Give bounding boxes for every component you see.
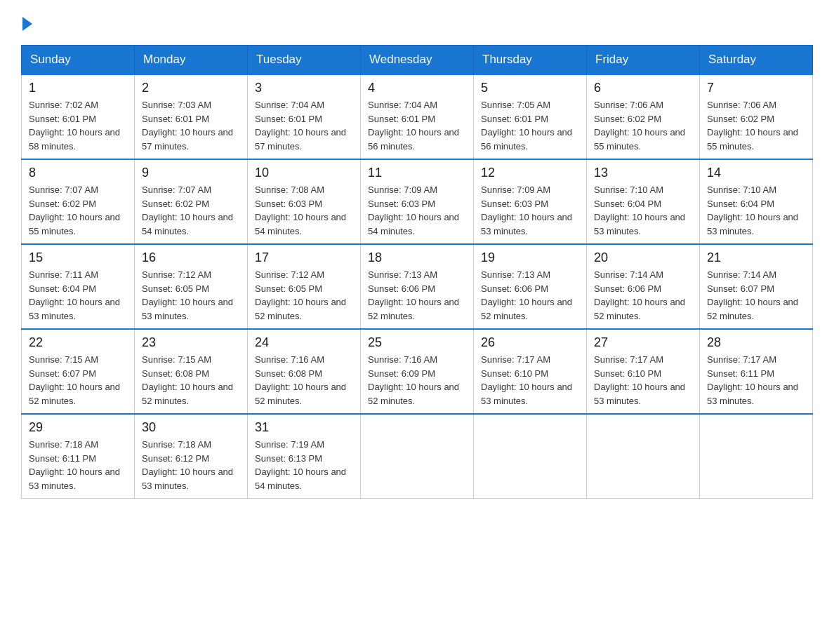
day-info: Sunrise: 7:16 AMSunset: 6:09 PMDaylight:…: [368, 353, 466, 408]
day-number: 30: [142, 420, 240, 435]
weekday-header-saturday: Saturday: [700, 46, 813, 75]
day-info: Sunrise: 7:06 AMSunset: 6:02 PMDaylight:…: [707, 98, 805, 153]
day-info: Sunrise: 7:09 AMSunset: 6:03 PMDaylight:…: [481, 183, 579, 238]
calendar-cell: 17Sunrise: 7:12 AMSunset: 6:05 PMDayligh…: [248, 244, 361, 329]
day-info: Sunrise: 7:13 AMSunset: 6:06 PMDaylight:…: [368, 268, 466, 323]
day-info: Sunrise: 7:07 AMSunset: 6:02 PMDaylight:…: [29, 183, 127, 238]
day-info: Sunrise: 7:07 AMSunset: 6:02 PMDaylight:…: [142, 183, 240, 238]
calendar-cell: [587, 414, 700, 499]
day-info: Sunrise: 7:03 AMSunset: 6:01 PMDaylight:…: [142, 98, 240, 153]
calendar-cell: 18Sunrise: 7:13 AMSunset: 6:06 PMDayligh…: [361, 244, 474, 329]
day-info: Sunrise: 7:06 AMSunset: 6:02 PMDaylight:…: [594, 98, 692, 153]
calendar-cell: 25Sunrise: 7:16 AMSunset: 6:09 PMDayligh…: [361, 329, 474, 414]
day-info: Sunrise: 7:16 AMSunset: 6:08 PMDaylight:…: [255, 353, 353, 408]
day-info: Sunrise: 7:04 AMSunset: 6:01 PMDaylight:…: [255, 98, 353, 153]
day-number: 14: [707, 166, 805, 180]
day-info: Sunrise: 7:02 AMSunset: 6:01 PMDaylight:…: [29, 98, 127, 153]
calendar-cell: [474, 414, 587, 499]
day-number: 20: [594, 250, 692, 265]
day-number: 16: [142, 250, 240, 265]
day-number: 5: [481, 81, 579, 95]
calendar-cell: 20Sunrise: 7:14 AMSunset: 6:06 PMDayligh…: [587, 244, 700, 329]
day-number: 29: [29, 420, 127, 435]
day-info: Sunrise: 7:10 AMSunset: 6:04 PMDaylight:…: [594, 183, 692, 238]
day-info: Sunrise: 7:15 AMSunset: 6:07 PMDaylight:…: [29, 353, 127, 408]
day-number: 21: [707, 250, 805, 265]
calendar-cell: 28Sunrise: 7:17 AMSunset: 6:11 PMDayligh…: [700, 329, 813, 414]
day-info: Sunrise: 7:09 AMSunset: 6:03 PMDaylight:…: [368, 183, 466, 238]
calendar-cell: 21Sunrise: 7:14 AMSunset: 6:07 PMDayligh…: [700, 244, 813, 329]
calendar-cell: 19Sunrise: 7:13 AMSunset: 6:06 PMDayligh…: [474, 244, 587, 329]
day-number: 6: [594, 81, 692, 95]
day-number: 24: [255, 335, 353, 350]
calendar-table: SundayMondayTuesdayWednesdayThursdayFrid…: [21, 45, 813, 499]
calendar-cell: 12Sunrise: 7:09 AMSunset: 6:03 PMDayligh…: [474, 159, 587, 244]
calendar-cell: 16Sunrise: 7:12 AMSunset: 6:05 PMDayligh…: [135, 244, 248, 329]
calendar-cell: 11Sunrise: 7:09 AMSunset: 6:03 PMDayligh…: [361, 159, 474, 244]
calendar-cell: 2Sunrise: 7:03 AMSunset: 6:01 PMDaylight…: [135, 74, 248, 159]
day-info: Sunrise: 7:17 AMSunset: 6:10 PMDaylight:…: [481, 353, 579, 408]
day-info: Sunrise: 7:05 AMSunset: 6:01 PMDaylight:…: [481, 98, 579, 153]
calendar-cell: 4Sunrise: 7:04 AMSunset: 6:01 PMDaylight…: [361, 74, 474, 159]
calendar-cell: 31Sunrise: 7:19 AMSunset: 6:13 PMDayligh…: [248, 414, 361, 499]
day-number: 27: [594, 335, 692, 350]
day-info: Sunrise: 7:08 AMSunset: 6:03 PMDaylight:…: [255, 183, 353, 238]
day-number: 8: [29, 166, 127, 180]
calendar-cell: 3Sunrise: 7:04 AMSunset: 6:01 PMDaylight…: [248, 74, 361, 159]
week-row-2: 8Sunrise: 7:07 AMSunset: 6:02 PMDaylight…: [22, 159, 813, 244]
calendar-cell: 9Sunrise: 7:07 AMSunset: 6:02 PMDaylight…: [135, 159, 248, 244]
day-number: 31: [255, 420, 353, 435]
day-number: 18: [368, 250, 466, 265]
day-number: 28: [707, 335, 805, 350]
day-number: 26: [481, 335, 579, 350]
calendar-cell: [700, 414, 813, 499]
calendar-cell: [361, 414, 474, 499]
logo: [21, 14, 32, 31]
day-number: 13: [594, 166, 692, 180]
day-info: Sunrise: 7:10 AMSunset: 6:04 PMDaylight:…: [707, 183, 805, 238]
weekday-header-tuesday: Tuesday: [248, 46, 361, 75]
day-info: Sunrise: 7:13 AMSunset: 6:06 PMDaylight:…: [481, 268, 579, 323]
calendar-cell: 14Sunrise: 7:10 AMSunset: 6:04 PMDayligh…: [700, 159, 813, 244]
day-number: 17: [255, 250, 353, 265]
day-number: 4: [368, 81, 466, 95]
calendar-cell: 6Sunrise: 7:06 AMSunset: 6:02 PMDaylight…: [587, 74, 700, 159]
calendar-cell: 27Sunrise: 7:17 AMSunset: 6:10 PMDayligh…: [587, 329, 700, 414]
calendar-cell: 8Sunrise: 7:07 AMSunset: 6:02 PMDaylight…: [22, 159, 135, 244]
day-number: 3: [255, 81, 353, 95]
day-info: Sunrise: 7:12 AMSunset: 6:05 PMDaylight:…: [142, 268, 240, 323]
weekday-header-thursday: Thursday: [474, 46, 587, 75]
logo-arrow-icon: [22, 17, 32, 31]
calendar-cell: 10Sunrise: 7:08 AMSunset: 6:03 PMDayligh…: [248, 159, 361, 244]
calendar-cell: 30Sunrise: 7:18 AMSunset: 6:12 PMDayligh…: [135, 414, 248, 499]
calendar-cell: 13Sunrise: 7:10 AMSunset: 6:04 PMDayligh…: [587, 159, 700, 244]
day-number: 19: [481, 250, 579, 265]
weekday-header-sunday: Sunday: [22, 46, 135, 75]
day-number: 1: [29, 81, 127, 95]
calendar-cell: 29Sunrise: 7:18 AMSunset: 6:11 PMDayligh…: [22, 414, 135, 499]
calendar-cell: 15Sunrise: 7:11 AMSunset: 6:04 PMDayligh…: [22, 244, 135, 329]
day-info: Sunrise: 7:04 AMSunset: 6:01 PMDaylight:…: [368, 98, 466, 153]
day-info: Sunrise: 7:14 AMSunset: 6:06 PMDaylight:…: [594, 268, 692, 323]
weekday-header-friday: Friday: [587, 46, 700, 75]
day-info: Sunrise: 7:17 AMSunset: 6:10 PMDaylight:…: [594, 353, 692, 408]
day-number: 11: [368, 166, 466, 180]
weekday-header-row: SundayMondayTuesdayWednesdayThursdayFrid…: [22, 46, 813, 75]
week-row-1: 1Sunrise: 7:02 AMSunset: 6:01 PMDaylight…: [22, 74, 813, 159]
calendar-cell: 5Sunrise: 7:05 AMSunset: 6:01 PMDaylight…: [474, 74, 587, 159]
day-number: 2: [142, 81, 240, 95]
calendar-cell: 22Sunrise: 7:15 AMSunset: 6:07 PMDayligh…: [22, 329, 135, 414]
day-number: 12: [481, 166, 579, 180]
day-number: 15: [29, 250, 127, 265]
day-info: Sunrise: 7:17 AMSunset: 6:11 PMDaylight:…: [707, 353, 805, 408]
day-number: 22: [29, 335, 127, 350]
day-number: 23: [142, 335, 240, 350]
calendar-cell: 23Sunrise: 7:15 AMSunset: 6:08 PMDayligh…: [135, 329, 248, 414]
day-info: Sunrise: 7:18 AMSunset: 6:11 PMDaylight:…: [29, 438, 127, 492]
day-number: 25: [368, 335, 466, 350]
day-info: Sunrise: 7:18 AMSunset: 6:12 PMDaylight:…: [142, 438, 240, 492]
day-number: 7: [707, 81, 805, 95]
day-info: Sunrise: 7:12 AMSunset: 6:05 PMDaylight:…: [255, 268, 353, 323]
week-row-3: 15Sunrise: 7:11 AMSunset: 6:04 PMDayligh…: [22, 244, 813, 329]
day-info: Sunrise: 7:11 AMSunset: 6:04 PMDaylight:…: [29, 268, 127, 323]
